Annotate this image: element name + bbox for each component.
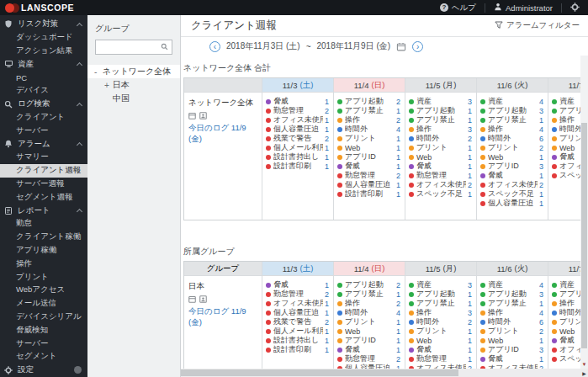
magnifier-icon[interactable] [161, 43, 168, 52]
alarm-count-link[interactable]: 4 [539, 98, 543, 106]
alarm-count-link[interactable]: 1 [396, 337, 400, 345]
sidebar-item-2[interactable]: アクション結果 [0, 45, 87, 58]
alarm-count-link[interactable]: 3 [539, 290, 543, 299]
alarm-count-link[interactable]: 2 [396, 98, 400, 106]
alarm-count-link[interactable]: 2 [325, 135, 329, 143]
topbar-settings-button[interactable] [562, 0, 588, 15]
next-week-button[interactable]: › [412, 41, 423, 52]
sidebar-item-11[interactable]: クライアント週報 [0, 164, 87, 178]
tree-item-0[interactable]: -ネットワーク全体 [87, 65, 180, 78]
alarm-count-link[interactable]: 1 [396, 327, 400, 336]
alarm-count-link[interactable]: 1 [396, 107, 400, 115]
alarm-count-link[interactable]: 1 [396, 144, 400, 152]
group-search-input[interactable] [99, 42, 161, 52]
alarm-count-link[interactable]: 3 [539, 346, 543, 354]
alarm-count-link[interactable]: 4 [396, 309, 400, 317]
sidebar-item-22[interactable]: デバイスシリアル [0, 311, 87, 324]
tree-item-1[interactable]: +日本 [87, 78, 180, 92]
sidebar-item-9[interactable]: アラーム [0, 137, 87, 151]
scroll-right-arrow-icon[interactable]: ▶ [580, 369, 588, 377]
expand-icon[interactable]: + [104, 81, 113, 90]
table-header-cell[interactable]: 11/4(日) [333, 262, 405, 275]
table-header-cell[interactable]: 11/6(火) [476, 262, 548, 275]
alarm-count-link[interactable]: 1 [396, 153, 400, 162]
alarm-count-link[interactable]: 1 [396, 190, 400, 199]
alarm-count-link[interactable]: 1 [396, 162, 400, 171]
alarm-count-link[interactable]: 2 [539, 327, 543, 336]
help-button[interactable]: ? ヘルプ [432, 0, 485, 15]
alarm-count-link[interactable]: 2 [396, 300, 400, 308]
alarm-count-link[interactable]: 1 [468, 327, 472, 336]
alarm-count-link[interactable]: 1 [468, 107, 472, 115]
sidebar-item-15[interactable]: 勤怠 [0, 217, 87, 231]
alarm-count-link[interactable]: 1 [325, 300, 329, 308]
alarm-count-link[interactable]: 6 [539, 135, 543, 143]
alarm-count-link[interactable]: 1 [396, 135, 400, 143]
alarm-count-link[interactable]: 6 [539, 318, 543, 327]
alarm-count-link[interactable]: 1 [539, 172, 543, 180]
alarm-count-link[interactable]: 1 [325, 309, 329, 317]
alarm-count-link[interactable]: 1 [539, 190, 543, 199]
alarm-count-link[interactable]: 2 [468, 318, 472, 327]
alarm-count-link[interactable]: 1 [539, 355, 543, 364]
horizontal-scrollbar[interactable] [181, 369, 580, 377]
alarm-count-link[interactable]: 1 [468, 337, 472, 345]
vertical-scrollbar-thumb[interactable] [581, 123, 587, 348]
alarm-count-link[interactable]: 1 [468, 355, 472, 364]
sidebar-item-19[interactable]: プリント [0, 270, 87, 284]
sidebar-item-5[interactable]: デバイス [0, 84, 87, 98]
mini-calendar-icon[interactable] [188, 295, 196, 303]
user-menu-button[interactable]: Administrator [485, 0, 561, 15]
alarm-count-link[interactable]: 2 [396, 116, 400, 125]
alarm-count-link[interactable]: 1 [539, 337, 543, 345]
sidebar-item-12[interactable]: サーバー週報 [0, 178, 87, 191]
alarm-count-link[interactable]: 1 [325, 98, 329, 106]
alarm-count-link[interactable]: 1 [396, 318, 400, 327]
table-header-cell[interactable]: 11/7(水) [548, 262, 580, 275]
alarm-count-link[interactable]: 1 [468, 346, 472, 354]
prev-week-button[interactable]: ‹ [209, 41, 220, 52]
alarm-count-link[interactable]: 1 [468, 153, 472, 162]
mini-user-icon[interactable] [199, 295, 207, 303]
alarm-count-link[interactable]: 2 [396, 172, 400, 180]
alarm-count-link[interactable]: 2 [468, 135, 472, 143]
mini-calendar-icon[interactable] [188, 112, 196, 119]
alarm-count-link[interactable]: 1 [539, 153, 543, 162]
sidebar-item-21[interactable]: メール送信 [0, 297, 87, 311]
alarm-count-link[interactable]: 1 [468, 290, 472, 299]
alarm-count-link[interactable]: 2 [468, 181, 472, 189]
alarm-count-link[interactable]: 2 [396, 281, 400, 289]
vertical-scrollbar[interactable]: ▼ [580, 56, 588, 369]
alarm-count-link[interactable]: 1 [325, 281, 329, 289]
alarm-count-link[interactable]: 2 [325, 107, 329, 115]
sidebar-item-7[interactable]: クライアント [0, 111, 87, 125]
table-header-cell[interactable]: 11/5(月) [405, 78, 476, 92]
alarm-count-link[interactable]: 2 [396, 355, 400, 364]
sidebar-item-23[interactable]: 脅威検知 [0, 323, 87, 337]
alarm-count-link[interactable]: 1 [325, 144, 329, 152]
alarm-count-link[interactable]: 1 [325, 346, 329, 354]
alarm-count-link[interactable]: 1 [396, 346, 400, 354]
alarm-count-link[interactable]: 4 [539, 309, 543, 317]
alarm-count-link[interactable]: 1 [325, 337, 329, 345]
sidebar-item-17[interactable]: アプリ稼働 [0, 244, 87, 258]
alarm-count-link[interactable]: 1 [539, 300, 543, 308]
table-header-cell[interactable]: 11/3(土) [262, 262, 333, 275]
today-log-link[interactable]: 今日のログ 11/9 (金) [188, 123, 258, 145]
sidebar-item-14[interactable]: レポート [0, 204, 87, 217]
table-header-cell[interactable]: 11/7(水) [548, 78, 580, 92]
scroll-down-arrow-icon[interactable]: ▼ [580, 360, 588, 369]
alarm-count-link[interactable]: 3 [468, 98, 472, 106]
sidebar-item-10[interactable]: サマリー [0, 151, 87, 164]
sidebar-item-3[interactable]: 資産 [0, 57, 87, 71]
today-log-link[interactable]: 今日のログ 11/9 (金) [188, 306, 258, 328]
sidebar-item-18[interactable]: 操作 [0, 257, 87, 270]
alarm-count-link[interactable]: 1 [396, 181, 400, 189]
alarm-count-link[interactable]: 1 [468, 300, 472, 308]
sidebar-item-13[interactable]: セグメント週報 [0, 190, 87, 204]
sidebar-item-25[interactable]: セグメント [0, 350, 87, 364]
sidebar-item-1[interactable]: ダッシュボード [0, 31, 87, 45]
alarm-count-link[interactable]: 2 [325, 290, 329, 299]
alarm-count-link[interactable]: 1 [539, 116, 543, 125]
collapse-icon[interactable]: - [94, 67, 103, 77]
